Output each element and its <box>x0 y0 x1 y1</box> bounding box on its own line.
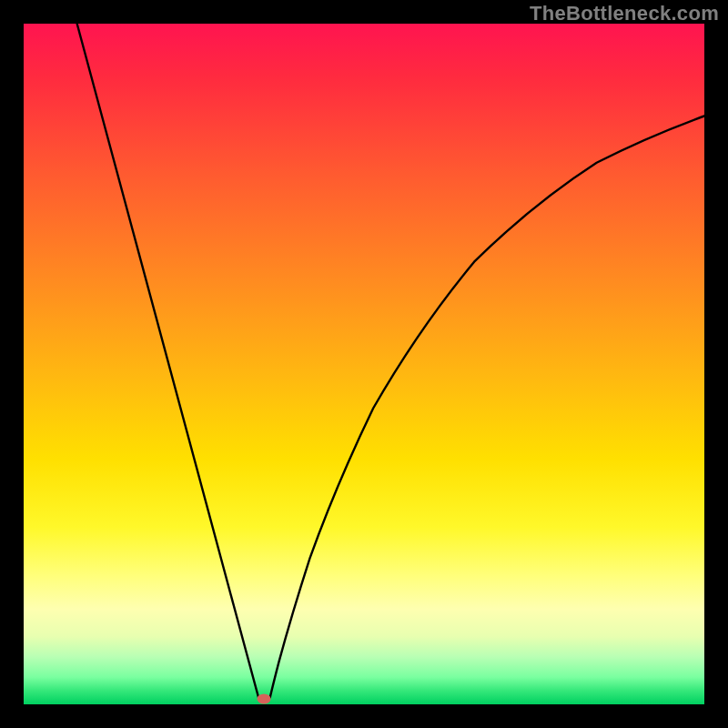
curve-left-branch <box>76 19 258 698</box>
curve-svg <box>24 24 704 704</box>
minimum-marker <box>258 693 271 703</box>
curve-right-branch <box>270 115 708 698</box>
watermark-text: TheBottleneck.com <box>530 2 719 25</box>
chart-frame: TheBottleneck.com <box>0 0 728 728</box>
plot-area <box>24 24 704 704</box>
